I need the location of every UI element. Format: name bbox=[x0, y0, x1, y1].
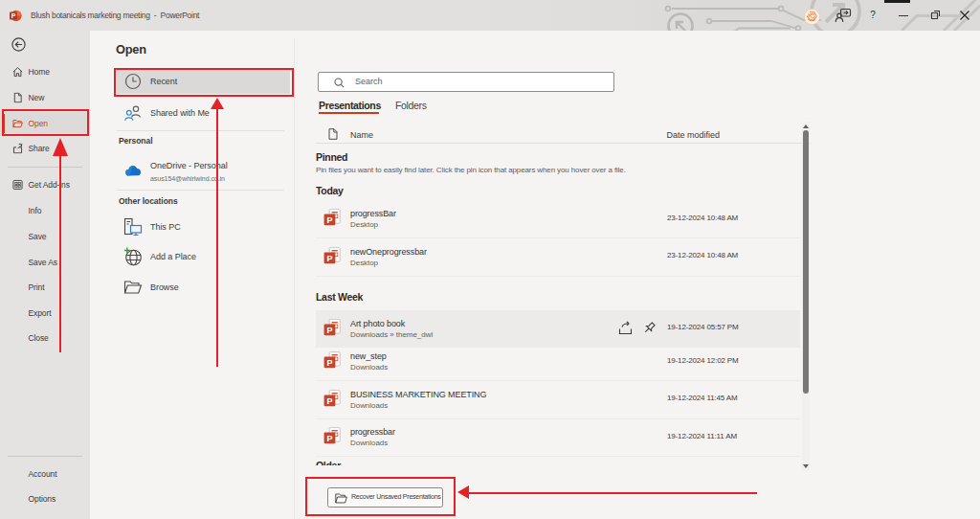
share-file-icon[interactable] bbox=[618, 321, 635, 335]
restore-button[interactable] bbox=[927, 8, 943, 23]
nav-item-onedrive[interactable]: OneDrive - Personal asus154@whirlwind.co… bbox=[117, 157, 290, 186]
svg-text:P: P bbox=[326, 215, 332, 225]
sidebar-item-save-as[interactable]: Save As bbox=[0, 250, 90, 275]
sidebar-item-export[interactable]: Export bbox=[0, 301, 90, 326]
section-older-clipped: Older bbox=[316, 460, 341, 465]
nav-item-add-a-place[interactable]: Add a Place bbox=[117, 244, 290, 269]
powerpoint-file-icon: P bbox=[323, 390, 341, 410]
sidebar-item-share[interactable]: Share bbox=[0, 136, 90, 161]
section-last-week: Last Week bbox=[316, 291, 363, 303]
people-icon bbox=[123, 103, 143, 123]
section-today: Today bbox=[316, 185, 344, 196]
file-row-progressbar-downloads[interactable]: P progressbar Downloads 19-12-2024 11:11… bbox=[316, 418, 800, 456]
scrollbar-thumb[interactable] bbox=[803, 130, 810, 394]
file-list: Pinned Pin files you want to easily find… bbox=[316, 144, 800, 466]
sidebar-item-account[interactable]: Account bbox=[0, 462, 90, 486]
file-row-new-step[interactable]: P new_step Downloads 19-12-2024 12:02 PM bbox=[316, 343, 800, 380]
svg-text:P: P bbox=[326, 395, 332, 405]
pin-file-icon[interactable] bbox=[642, 321, 657, 336]
onedrive-cloud-icon bbox=[123, 162, 143, 181]
svg-text:P: P bbox=[326, 358, 332, 368]
search-input[interactable]: Search bbox=[318, 72, 614, 92]
sidebar-divider bbox=[8, 167, 82, 168]
home-icon bbox=[12, 67, 23, 78]
sidebar-item-info[interactable]: Info bbox=[0, 198, 90, 223]
add-ins-icon bbox=[12, 180, 23, 191]
background-window-strip bbox=[884, 0, 910, 3]
powerpoint-logo-icon: P bbox=[10, 10, 22, 22]
present-to-audience-icon[interactable] bbox=[835, 7, 852, 24]
svg-text:P: P bbox=[326, 434, 332, 443]
page-title: Open bbox=[116, 42, 146, 56]
scroll-down-arrow-icon[interactable] bbox=[803, 464, 809, 468]
column-header-name[interactable]: Name bbox=[350, 130, 373, 140]
annotation-arrow-open bbox=[59, 153, 62, 352]
minimize-icon bbox=[899, 15, 908, 16]
powerpoint-file-icon: P bbox=[323, 319, 341, 339]
section-pinned: Pinned bbox=[316, 151, 347, 163]
annotation-arrow-recover bbox=[468, 492, 757, 494]
share-icon bbox=[12, 144, 23, 154]
sidebar-item-print[interactable]: Print bbox=[0, 275, 90, 300]
globe-plus-icon bbox=[123, 247, 143, 266]
column-header-date-modified[interactable]: Date modified bbox=[667, 130, 721, 140]
powerpoint-file-icon: P bbox=[323, 427, 341, 447]
tab-presentations[interactable]: Presentations bbox=[319, 100, 381, 111]
nav-item-browse[interactable]: Browse bbox=[117, 275, 290, 300]
annotation-arrowhead-recover bbox=[457, 485, 469, 499]
sidebar-item-home[interactable]: Home bbox=[0, 59, 90, 84]
row-separator bbox=[316, 456, 800, 457]
file-row-business-marketing-meeting[interactable]: P BUSINESS MARKETING MEETING Downloads 1… bbox=[316, 381, 800, 418]
nav-divider bbox=[117, 190, 284, 191]
row-separator bbox=[316, 276, 800, 277]
nav-section-personal: Personal bbox=[119, 136, 153, 146]
nav-section-other-locations: Other locations bbox=[119, 196, 178, 206]
new-document-icon bbox=[12, 93, 23, 103]
sidebar-item-new[interactable]: New bbox=[0, 85, 90, 110]
title-bar: P Blush botanicals marketing meeting - P… bbox=[0, 0, 980, 31]
window-title: Blush botanicals marketing meeting - Pow… bbox=[31, 0, 199, 31]
folder-browse-icon bbox=[123, 278, 143, 297]
annotation-box-recover bbox=[305, 477, 456, 517]
tab-folders[interactable]: Folders bbox=[395, 100, 427, 111]
active-tab-underline bbox=[319, 112, 379, 114]
pane-divider bbox=[294, 38, 295, 519]
svg-text:P: P bbox=[326, 325, 332, 334]
nav-item-this-pc[interactable]: This PC bbox=[117, 214, 290, 239]
circuit-wallpaper-decoration bbox=[593, 0, 980, 31]
powerpoint-file-icon: P bbox=[323, 247, 341, 267]
sidebar-item-options[interactable]: Options bbox=[0, 486, 90, 511]
search-icon bbox=[334, 78, 345, 88]
sidebar-item-get-add-ins[interactable]: Get Add-ins bbox=[0, 172, 90, 197]
annotation-box-open bbox=[2, 109, 89, 136]
nav-item-shared-with-me[interactable]: Shared with Me bbox=[117, 101, 290, 125]
sidebar-divider bbox=[8, 456, 82, 457]
svg-text:P: P bbox=[326, 253, 332, 262]
document-column-icon bbox=[328, 128, 338, 140]
annotation-arrow-recent bbox=[216, 109, 219, 367]
pc-icon bbox=[123, 217, 143, 237]
sidebar-item-close[interactable]: Close bbox=[0, 326, 90, 350]
scrollbar[interactable] bbox=[802, 122, 811, 471]
file-row-progressbar-desktop[interactable]: P progressBar Desktop 23-12-2024 10:48 A… bbox=[316, 200, 800, 237]
close-button[interactable] bbox=[957, 8, 972, 23]
powerpoint-file-icon: P bbox=[323, 351, 341, 372]
back-button[interactable] bbox=[11, 37, 26, 52]
svg-text:P: P bbox=[11, 12, 16, 19]
help-button[interactable]: ? bbox=[865, 8, 880, 23]
minimize-button[interactable] bbox=[896, 8, 911, 23]
sidebar-item-save[interactable]: Save bbox=[0, 224, 90, 249]
annotation-box-recent bbox=[114, 68, 294, 98]
nav-divider bbox=[117, 130, 284, 131]
user-avatar[interactable] bbox=[804, 9, 820, 25]
file-row-newoneprogressbar[interactable]: P newOneprogressbar Desktop 23-12-2024 1… bbox=[316, 238, 800, 276]
backstage-sidebar: Home New Open Share bbox=[0, 31, 90, 519]
annotation-arrowhead-recent bbox=[211, 98, 224, 109]
powerpoint-file-icon: P bbox=[323, 209, 341, 229]
pinned-description: Pin files you want to easily find later.… bbox=[316, 166, 626, 174]
powerpoint-backstage-window: P Blush botanicals marketing meeting - P… bbox=[0, 0, 980, 519]
search-placeholder: Search bbox=[355, 73, 383, 91]
scroll-up-arrow-icon[interactable] bbox=[803, 124, 809, 128]
